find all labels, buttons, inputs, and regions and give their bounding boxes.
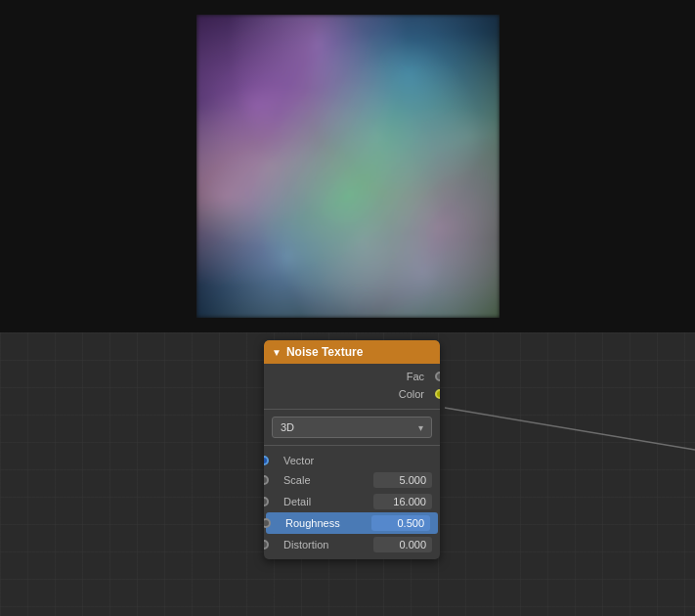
scale-socket[interactable] [264,475,269,485]
node-editor: ▼ Noise Texture Fac Color 3D ▾ [0,332,695,616]
dropdown-arrow-icon: ▾ [418,422,423,433]
fac-socket[interactable] [435,372,440,381]
input-roughness-row[interactable]: Roughness 0.500 [266,512,438,534]
preview-area [0,0,695,332]
input-vector-label: Vector [272,455,314,466]
noise-texture-node: ▼ Noise Texture Fac Color 3D ▾ [264,340,440,559]
texture-preview [196,15,500,318]
roughness-socket[interactable] [264,518,271,528]
distortion-socket[interactable] [264,540,269,550]
node-title: Noise Texture [286,345,363,359]
input-scale-label: Scale [272,474,373,486]
vector-socket[interactable] [264,456,269,465]
output-color: Color [264,385,440,403]
input-roughness-value[interactable]: 0.500 [371,515,430,531]
node-collapse-arrow[interactable]: ▼ [272,347,282,358]
input-detail-row[interactable]: Detail 16.000 [264,491,440,512]
detail-socket[interactable] [264,497,269,506]
input-roughness-label: Roughness [274,517,371,529]
input-scale-row[interactable]: Scale 5.000 [264,469,440,491]
input-vector-row: Vector [264,452,440,469]
divider-2 [264,445,440,446]
dimension-value: 3D [281,421,294,433]
node-inputs: Vector Scale 5.000 Detail 16.000 Roughne… [264,448,440,559]
texture-canvas [196,15,500,318]
output-fac: Fac [264,368,440,385]
node-header[interactable]: ▼ Noise Texture [264,340,440,364]
input-distortion-value[interactable]: 0.000 [373,537,432,552]
output-color-label: Color [399,388,424,400]
color-socket[interactable] [435,389,440,399]
input-distortion-label: Distortion [272,539,373,550]
input-distortion-row[interactable]: Distortion 0.000 [264,534,440,555]
input-scale-value[interactable]: 5.000 [373,472,432,488]
dimension-dropdown-row: 3D ▾ [264,412,440,443]
input-detail-label: Detail [272,496,373,507]
divider-1 [264,409,440,410]
svg-line-0 [445,408,695,450]
node-outputs: Fac Color [264,364,440,407]
input-detail-value[interactable]: 16.000 [373,494,432,509]
dimension-dropdown[interactable]: 3D ▾ [272,417,432,438]
output-fac-label: Fac [407,371,424,382]
